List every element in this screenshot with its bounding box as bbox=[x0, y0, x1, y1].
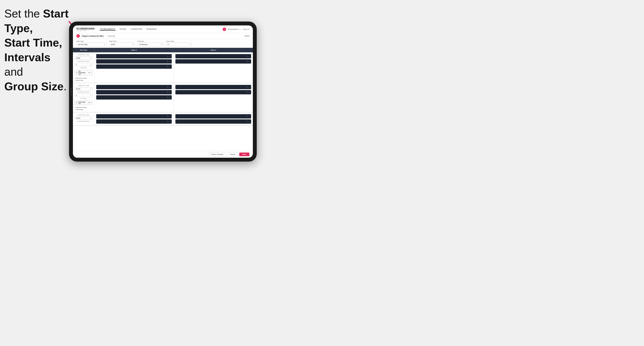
sign-out-link[interactable]: Sign out bbox=[243, 28, 250, 30]
group-size-label: Group Size bbox=[166, 40, 192, 42]
course-tag-1[interactable]: 🏌 (A) Peachtree GC ✕ ▾ bbox=[75, 70, 92, 76]
start-time-input[interactable]: 10:00 ⏱ bbox=[109, 43, 135, 46]
breadcrumb-title: Clippd Invitational (Me) bbox=[82, 35, 104, 37]
starting-time-input-3[interactable]: 10:20 ⏱ bbox=[75, 117, 92, 120]
starting-time-label-1: STARTING TIME: bbox=[75, 54, 92, 56]
course-actions-1: ⊙ Remove Group + Add Group bbox=[75, 77, 92, 81]
starting-hole-input-2[interactable]: 1 ▾ bbox=[75, 94, 92, 97]
player-search-4-1[interactable]: ⌕ bbox=[248, 86, 250, 88]
player-x-solo-1[interactable]: ✕ bbox=[167, 66, 168, 67]
player-search-1-1[interactable]: ⌕ bbox=[169, 56, 170, 57]
player-row-3-1: ✕ ⌕ bbox=[96, 85, 172, 89]
player-row-1-2: ✕ ⌕ bbox=[96, 59, 172, 64]
start-time-value: 10:00 bbox=[111, 43, 115, 45]
start-time-chevron: ⏱ bbox=[132, 44, 134, 45]
course-tag-2[interactable]: 🏌 East Lake GC ✕ ▾ bbox=[75, 101, 92, 105]
player-search-1-2[interactable]: ⌕ bbox=[169, 61, 170, 62]
start-type-field: Start Type 1st Tee Start ▾ bbox=[76, 40, 106, 46]
player-row-5-1: ✕ ⌕ bbox=[96, 114, 172, 119]
course-chevron-2: ▾ bbox=[90, 102, 91, 104]
intervals-value: 10 Minutes bbox=[139, 43, 148, 45]
cancel-button[interactable]: Cancel bbox=[228, 152, 238, 157]
player-x-2-1[interactable]: ✕ bbox=[246, 55, 248, 57]
starting-hole-label-3: STARTING HOLE: bbox=[75, 121, 92, 122]
course-actions-2: ⊙ Remove Group + Add Group bbox=[75, 107, 92, 110]
starting-hole-input-1[interactable]: 1 ▾ bbox=[75, 63, 92, 66]
player-search-solo-3[interactable]: ⌕ bbox=[169, 97, 170, 98]
player-search-5-1[interactable]: ⌕ bbox=[169, 116, 170, 117]
remove-group-btn-2[interactable]: ⊙ Remove Group bbox=[75, 107, 92, 108]
player-search-6-2[interactable]: ⌕ bbox=[248, 121, 250, 122]
back-link[interactable]: ‹ Back bbox=[244, 35, 250, 37]
starting-time-input-1[interactable]: 10:00 ⏱ bbox=[75, 56, 92, 60]
player-x-6-2[interactable]: ✕ bbox=[246, 121, 248, 122]
course-remove-x-2[interactable]: ✕ bbox=[88, 102, 90, 104]
add-group-btn-1[interactable]: + Add Group bbox=[75, 79, 92, 81]
player-x-1-2[interactable]: ✕ bbox=[167, 61, 168, 62]
player-x-5-2[interactable]: ✕ bbox=[167, 121, 168, 122]
tablet-screen: SCOREBOARD Powered by clipp TOURNAMENTS … bbox=[73, 25, 253, 158]
starting-hole-val-1: 1 bbox=[76, 64, 77, 65]
player-x-3-2[interactable]: ✕ bbox=[167, 91, 168, 93]
nav-rankings[interactable]: RANKINGS bbox=[146, 28, 157, 31]
bottom-bar: Reset Changes Cancel Save bbox=[73, 151, 253, 158]
pipe-separator: | bbox=[241, 28, 242, 30]
starting-time-input-2[interactable]: 10:10 ⏱ bbox=[75, 87, 92, 90]
player-row-3-solo: ✕ ⌕ bbox=[96, 95, 172, 100]
player-row-4-1: ✕ ⌕ bbox=[176, 85, 251, 89]
player-x-6-1[interactable]: ✕ bbox=[246, 116, 248, 117]
player-search-2-2[interactable]: ⌕ bbox=[248, 61, 250, 62]
intervals-input[interactable]: 10 Minutes ▾ bbox=[138, 43, 164, 46]
player-search-solo-1[interactable]: ⌕ bbox=[169, 66, 170, 67]
player-x-1-1[interactable]: ✕ bbox=[167, 55, 168, 57]
group-size-input[interactable]: 3 ▾ bbox=[166, 43, 192, 46]
starting-time-label-2: STARTING TIME: bbox=[75, 85, 92, 86]
player-x-2-2[interactable]: ✕ bbox=[246, 61, 248, 62]
player-search-6-1[interactable]: ⌕ bbox=[248, 116, 250, 117]
save-button[interactable]: Save bbox=[239, 153, 250, 156]
group-size-value: 3 bbox=[168, 43, 168, 45]
nav-teams[interactable]: TEAMS bbox=[119, 28, 127, 31]
table-header: Tee Time Team 1 Team 2 bbox=[73, 48, 253, 52]
course-label-2: COURSE: bbox=[75, 98, 92, 99]
player-x-4-1[interactable]: ✕ bbox=[246, 86, 248, 88]
breadcrumb-bar: C Clippd Invitational (Me) › Hosting ‹ B… bbox=[73, 33, 253, 39]
course-remove-x-1[interactable]: ✕ bbox=[88, 72, 90, 74]
starting-time-val-3: 10:20 bbox=[76, 117, 80, 119]
team1-col-1: ✕ ⌕ ✕ ⌕ ✕ ⌕ bbox=[94, 52, 174, 83]
instruction-text: Set the Start Type, Start Time, Interval… bbox=[4, 6, 71, 94]
start-time-label: Start Time bbox=[109, 40, 135, 42]
course-name-1: (A) Peachtree GC bbox=[78, 70, 87, 75]
tablet-frame: SCOREBOARD Powered by clipp TOURNAMENTS … bbox=[69, 21, 257, 162]
logo-area: SCOREBOARD Powered by clipp bbox=[76, 27, 94, 31]
bold-intervals: Intervals bbox=[4, 51, 50, 64]
tee-time-col-1: STARTING TIME: 10:00 ⏱ STARTING HOLE: 1 … bbox=[73, 52, 94, 83]
intervals-field: Intervals 10 Minutes ▾ bbox=[138, 40, 164, 46]
player-search-5-2[interactable]: ⌕ bbox=[169, 121, 170, 122]
player-x-4-2[interactable]: ✕ bbox=[246, 91, 248, 93]
tablet-side-button bbox=[71, 87, 72, 96]
nav-tournaments[interactable]: TOURNAMENTS bbox=[100, 28, 116, 31]
clock-icon-3: ⏱ bbox=[90, 117, 91, 119]
player-x-5-1[interactable]: ✕ bbox=[167, 116, 168, 117]
group-row-3: STARTING TIME: 10:20 ⏱ STARTING HOLE: ✕ … bbox=[73, 112, 253, 126]
nav-committee[interactable]: COMMITTEE bbox=[130, 28, 142, 31]
team1-col-2: ✕ ⌕ ✕ ⌕ ✕ ⌕ bbox=[94, 83, 174, 112]
player-x-3-1[interactable]: ✕ bbox=[167, 86, 168, 88]
add-group-btn-2[interactable]: + Add Group bbox=[75, 109, 92, 110]
player-search-2-1[interactable]: ⌕ bbox=[248, 56, 250, 57]
player-search-3-1[interactable]: ⌕ bbox=[169, 86, 170, 88]
player-row-6-2: ✕ ⌕ bbox=[176, 119, 251, 124]
course-name-2: East Lake GC bbox=[78, 101, 87, 104]
player-row-2-1: ✕ ⌕ bbox=[176, 54, 251, 58]
player-x-solo-3[interactable]: ✕ bbox=[167, 97, 168, 98]
player-search-4-2[interactable]: ⌕ bbox=[248, 92, 250, 93]
reset-changes-button[interactable]: Reset Changes bbox=[209, 152, 226, 157]
group-row-2: STARTING TIME: 10:10 ⏱ STARTING HOLE: 1 … bbox=[73, 83, 253, 112]
player-search-3-2[interactable]: ⌕ bbox=[169, 92, 170, 93]
team2-col-3: ✕ ⌕ ✕ ⌕ bbox=[174, 112, 253, 125]
tee-time-col-3: STARTING TIME: 10:20 ⏱ STARTING HOLE: bbox=[73, 112, 94, 125]
bold-start-type: Start Type, bbox=[4, 7, 68, 34]
remove-group-btn-1[interactable]: ⊙ Remove Group bbox=[75, 77, 92, 79]
start-type-input[interactable]: 1st Tee Start ▾ bbox=[76, 43, 106, 46]
